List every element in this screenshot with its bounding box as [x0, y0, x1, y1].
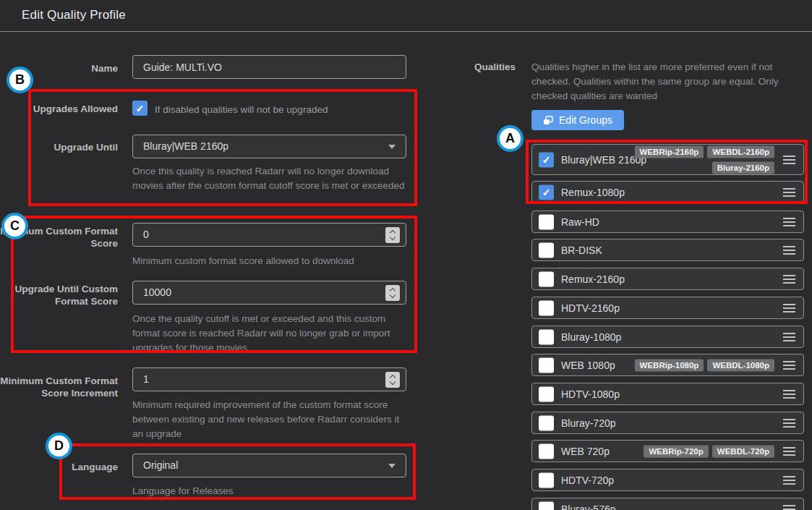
- min-cf-score-increment-input[interactable]: 1: [132, 367, 406, 391]
- edit-groups-button-label: Edit Groups: [559, 114, 612, 126]
- quality-checkbox[interactable]: [539, 357, 554, 373]
- quality-checkbox[interactable]: ✓: [539, 152, 554, 167]
- number-spinner[interactable]: [385, 285, 400, 301]
- drag-handle-icon[interactable]: [783, 159, 795, 161]
- quality-item[interactable]: HDTV-2160p: [531, 297, 804, 319]
- quality-badge: WEBRip-1080p: [635, 359, 704, 371]
- quality-item[interactable]: Bluray-720p: [531, 412, 804, 434]
- language-value: Original: [143, 459, 178, 471]
- drag-handle-icon[interactable]: [783, 394, 795, 395]
- quality-item[interactable]: BR-DISK: [531, 239, 804, 261]
- quality-item[interactable]: Bluray-1080p: [531, 326, 804, 348]
- page-title: Edit Quality Profile: [22, 8, 126, 22]
- chevron-down-icon: [388, 145, 396, 149]
- quality-item[interactable]: WEB 720p WEBRip-720p WEBDL-720p: [531, 440, 804, 462]
- drag-handle-icon[interactable]: [783, 250, 795, 251]
- min-cf-score-help: Minimum custom format score allowed to d…: [132, 254, 406, 268]
- name-input[interactable]: [132, 55, 406, 79]
- spinner-down-icon[interactable]: [390, 379, 396, 385]
- quality-badge: WEBRip-2160p: [635, 145, 704, 158]
- upgrade-until-cf-score-label: Upgrade Until Custom Format Score: [0, 283, 118, 307]
- quality-badges: WEBRip-2160p WEBDL-2160p Bluray-2160p: [601, 145, 774, 174]
- quality-item[interactable]: ✓ Bluray|WEB 2160p WEBRip-2160p WEBDL-21…: [531, 144, 804, 175]
- qualities-help: Qualities higher in the list are more pr…: [531, 60, 805, 103]
- quality-badges: WEBRip-1080p WEBDL-1080p: [635, 359, 774, 371]
- drag-handle-icon[interactable]: [783, 422, 795, 424]
- min-cf-score-increment-label: Minimum Custom Format Score Increment: [0, 375, 118, 399]
- spinner-down-icon[interactable]: [390, 292, 396, 298]
- chevron-down-icon: [388, 464, 396, 468]
- drag-handle-icon[interactable]: [783, 451, 795, 452]
- quality-checkbox[interactable]: [539, 271, 554, 286]
- language-select[interactable]: Original: [132, 454, 406, 477]
- min-cf-score-increment-help: Minimum required improvement of the cust…: [132, 398, 406, 441]
- name-label: Name: [0, 62, 118, 75]
- quality-item[interactable]: ✓ Remux-1080p: [531, 181, 804, 203]
- drag-handle-icon[interactable]: [783, 307, 795, 309]
- quality-badge: WEBDL-2160p: [707, 145, 774, 158]
- drag-handle-icon[interactable]: [783, 192, 795, 193]
- quality-item[interactable]: Raw-HD: [531, 211, 804, 233]
- quality-checkbox[interactable]: [539, 501, 554, 510]
- min-cf-score-input[interactable]: 0: [132, 223, 406, 247]
- number-spinner[interactable]: [385, 372, 400, 388]
- upgrade-until-label: Upgrade Until: [0, 141, 118, 153]
- quality-checkbox[interactable]: [539, 472, 554, 488]
- upgrade-until-cf-score-value: 10000: [143, 286, 171, 298]
- min-cf-score-value: 0: [143, 229, 149, 240]
- min-cf-score-label: Minimum Custom Format Score: [0, 225, 118, 250]
- upgrade-until-value: Bluray|WEB 2160p: [143, 140, 228, 152]
- quality-item[interactable]: WEB 1080p WEBRip-1080p WEBDL-1080p: [531, 354, 804, 376]
- quality-checkbox[interactable]: [539, 415, 554, 430]
- drag-handle-icon[interactable]: [783, 365, 795, 366]
- upgrade-until-help: Once this quality is reached Radarr will…: [132, 164, 406, 193]
- upgrade-until-cf-score-input[interactable]: 10000: [132, 281, 406, 305]
- check-icon: ✓: [542, 187, 551, 197]
- upgrades-allowed-help: If disabled qualities will not be upgrad…: [155, 103, 415, 117]
- quality-item[interactable]: Remux-2160p: [531, 268, 804, 290]
- quality-badge: Bluray-2160p: [712, 161, 774, 174]
- quality-item[interactable]: HDTV-720p: [531, 469, 804, 491]
- quality-checkbox[interactable]: [539, 443, 554, 459]
- edit-quality-profile-modal: Edit Quality Profile Name Upgrades Allow…: [0, 0, 812, 510]
- quality-checkbox[interactable]: [539, 300, 554, 315]
- drag-handle-icon[interactable]: [783, 279, 795, 280]
- number-spinner[interactable]: [385, 227, 400, 243]
- annotation-circle-d: D: [46, 433, 72, 459]
- quality-checkbox[interactable]: [539, 242, 554, 258]
- language-label: Language: [0, 461, 118, 473]
- quality-badge: WEBRip-720p: [644, 445, 708, 457]
- drag-handle-icon[interactable]: [783, 509, 795, 510]
- quality-checkbox[interactable]: [539, 329, 554, 344]
- quality-item[interactable]: Bluray-576p: [531, 498, 804, 510]
- language-help: Language for Releases: [132, 484, 406, 498]
- modal-header: Edit Quality Profile: [0, 0, 812, 32]
- quality-checkbox[interactable]: ✓: [539, 184, 554, 200]
- upgrade-until-select[interactable]: Bluray|WEB 2160p: [132, 135, 406, 158]
- check-icon: ✓: [136, 103, 145, 114]
- quality-badges: WEBRip-720p WEBDL-720p: [644, 445, 774, 457]
- quality-badge: WEBDL-720p: [712, 445, 774, 457]
- edit-groups-icon: [543, 116, 553, 125]
- drag-handle-icon[interactable]: [783, 480, 795, 481]
- quality-item[interactable]: HDTV-1080p: [531, 383, 804, 405]
- upgrades-allowed-checkbox[interactable]: ✓: [132, 101, 148, 116]
- qualities-label: Qualities: [429, 61, 516, 73]
- edit-groups-button[interactable]: Edit Groups: [531, 110, 624, 130]
- drag-handle-icon[interactable]: [783, 221, 795, 223]
- annotation-circle-a: A: [497, 125, 523, 152]
- drag-handle-icon[interactable]: [783, 336, 795, 338]
- quality-badge: WEBDL-1080p: [707, 359, 774, 371]
- quality-checkbox[interactable]: [539, 386, 554, 401]
- upgrade-until-cf-score-help: Once the quality cutoff is met or exceed…: [132, 312, 406, 355]
- check-icon: ✓: [542, 155, 551, 165]
- min-cf-score-increment-value: 1: [143, 373, 149, 385]
- spinner-down-icon[interactable]: [390, 234, 396, 240]
- quality-checkbox[interactable]: [539, 214, 554, 229]
- upgrades-allowed-label: Upgrades Allowed: [0, 103, 118, 115]
